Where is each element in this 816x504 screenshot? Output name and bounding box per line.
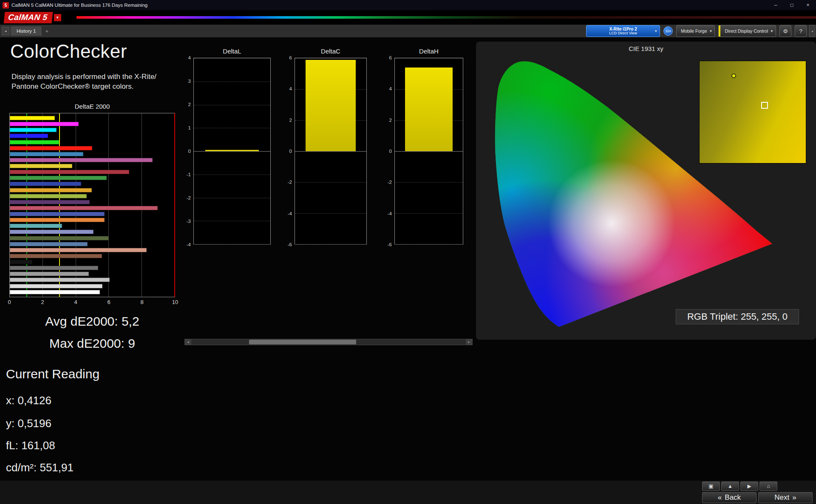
deltae-bar [10,164,72,168]
deltae-bar-row [10,140,174,144]
deltae-bar [10,272,89,276]
up-arrow-button[interactable]: ▲ [721,481,739,491]
reading-x: x: 0,4126 [6,394,51,407]
pattern-source-button[interactable]: Mobile Forge ▼ [676,25,715,37]
deltae-bar-row [10,272,174,276]
page-title: ColorChecker [10,41,127,62]
deltae-bar-row [10,158,174,162]
display-control-button[interactable]: Direct Display Control ▼ [718,25,776,37]
deltae-bar [10,116,55,120]
deltae-bar [10,230,94,234]
deltae-bar-row [10,218,174,222]
current-reading-title: Current Reading [6,367,99,381]
deltae-bar [10,140,59,144]
deltac-chart [295,58,367,245]
cie-chart-title: CIE 1931 xy [476,45,816,52]
inset-target-marker [761,102,768,109]
deltah-chart [394,58,463,245]
deltae-bar [10,176,107,180]
navigation-area: ▣ ▲ ▶ ⌂ « Back Next » [701,481,816,504]
deltae-chart-title: DeltaE 2000 [9,103,175,110]
home-button[interactable]: ⌂ [759,481,777,491]
pattern-window-button[interactable]: ▣ [702,481,720,491]
deltae-bar [10,152,83,156]
deltae-bar-chart [9,113,175,297]
deltae-bar-row [10,212,174,216]
deltae-bar-row [10,152,174,156]
deltae-bar-row [10,194,174,198]
deltae-bar [10,122,79,126]
deltae-bar-row [10,260,174,264]
deltae-bar-row [10,188,174,192]
deltae-bar [10,242,88,246]
reading-fl: fL: 161,08 [6,439,55,452]
deltal-y-axis: 43210-1-2-3-4 [177,58,193,245]
gear-icon[interactable]: ⚙ [779,25,791,37]
tab-scroll-left-button[interactable]: ◂ [2,27,9,35]
deltae-bar [10,212,105,216]
deltaC-bar [306,60,356,151]
app-icon: 5 [3,2,9,8]
minimize-button[interactable]: – [768,0,784,10]
scrollbar-thumb[interactable] [249,340,356,344]
swatch-strip-scrollbar[interactable]: ◄ ► [184,339,473,345]
next-button[interactable]: Next » [758,492,813,503]
deltal-chart-title: DeltaL [193,48,271,55]
deltae-bar-row [10,176,174,180]
deltae-bar [10,218,105,222]
tab-add-button[interactable]: + [42,27,52,35]
deltae-bar [10,260,32,264]
deltae-bar [10,200,90,204]
deltaL-bar [205,150,259,151]
back-button[interactable]: « Back [702,492,756,503]
deltae-bar [10,182,81,186]
deltae-bar-row [10,146,174,150]
inset-measured-marker [731,73,736,78]
deltae-bar [10,266,98,270]
deltae-bar [10,146,92,150]
deltae-bar-row [10,206,174,210]
play-button[interactable]: ▶ [740,481,758,491]
deltae-bar-row [10,254,174,258]
top-toolbar: X-Rite i1Pro 2 LCD Direct View ▼ 109 Mob… [586,25,807,37]
panel-collapse-button[interactable]: ◂ [809,25,815,37]
tab-history-1[interactable]: History 1 [11,26,42,36]
deltah-y-axis: 6420-2-4-6 [378,58,394,245]
meter-select-button[interactable]: X-Rite i1Pro 2 LCD Direct View ▼ [586,25,660,37]
cie-chart-panel: CIE 1931 xy RGB Triplet: 255, 255, 0 [476,42,816,340]
deltae-bar [10,194,87,198]
reading-cd: cd/m²: 551,91 [6,461,74,474]
maximize-button[interactable]: □ [784,0,800,10]
max-de2000-value: Max dE2000: 9 [0,336,184,351]
deltae-bar-row [10,122,174,126]
deltae-bar-row [10,128,174,132]
deltae-bar [10,224,62,228]
deltal-chart [193,58,271,245]
deltae-bar [10,134,48,138]
deltae-bar-row [10,170,174,174]
logo-dropdown-icon[interactable]: ▼ [54,14,61,21]
back-chevron-icon: « [718,493,722,502]
deltaH-bar [405,68,453,151]
deltae-bar-row [10,134,174,138]
deltae-bar [10,158,153,162]
logo-bar: CalMAN 5 ▼ [0,10,816,25]
help-button[interactable]: ? [795,25,807,37]
meter-status-badge[interactable]: 109 [663,26,673,36]
scroll-right-icon[interactable]: ► [466,339,472,345]
scroll-left-icon[interactable]: ◄ [185,339,191,345]
deltae-bar [10,254,102,258]
deltae-bar-row [10,236,174,240]
deltah-chart-title: DeltaH [394,48,463,55]
deltae-bar-row [10,278,174,282]
deltae-bar [10,284,102,288]
deltae-bar [10,170,129,174]
deltae-bar-row [10,164,174,168]
avg-de2000-value: Avg dE2000: 5,2 [0,314,184,329]
close-button[interactable]: × [800,0,816,10]
deltae-bar [10,290,100,294]
chevron-down-icon: ▼ [770,29,774,33]
deltae-bar [10,188,92,192]
calman-logo: CalMAN 5 [4,12,53,23]
deltac-y-axis: 6420-2-4-6 [278,58,294,245]
